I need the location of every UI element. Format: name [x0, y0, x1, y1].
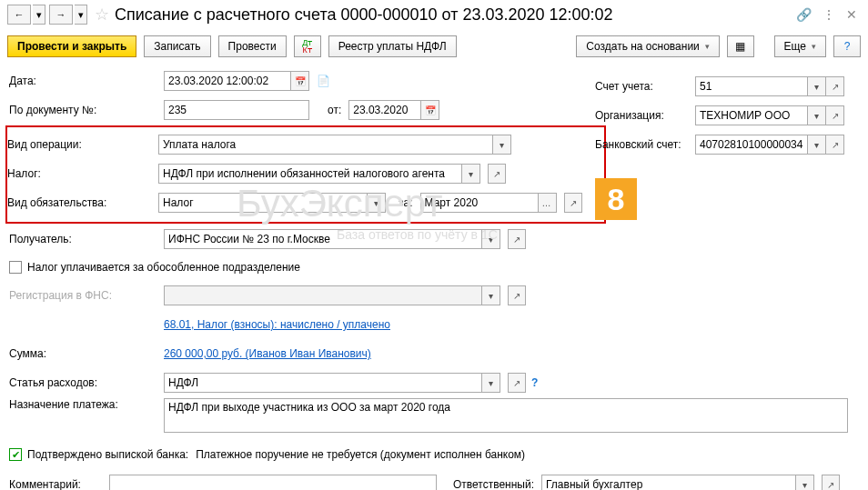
create-based-on-button[interactable]: Создать на основании▾	[576, 35, 720, 57]
amount-link[interactable]: 260 000,00 руб. (Иванов Иван Иванович)	[164, 347, 371, 360]
responsible-open[interactable]: ↗	[822, 475, 840, 490]
obligation-input[interactable]	[158, 193, 368, 213]
save-button[interactable]: Записать	[144, 35, 210, 57]
structure-button[interactable]: ▦	[727, 35, 754, 57]
responsible-dropdown[interactable]: ▾	[796, 475, 814, 490]
from-label: от:	[328, 104, 341, 116]
post-button[interactable]: Провести	[218, 35, 287, 57]
account-dropdown[interactable]: ▾	[808, 76, 826, 96]
recipient-label: Получатель:	[9, 233, 164, 245]
obligation-label: Вид обязательства:	[7, 196, 158, 209]
recipient-input[interactable]	[164, 229, 482, 249]
recipient-open[interactable]: ↗	[508, 229, 526, 249]
page-title: Списание с расчетного счета 0000-000010 …	[115, 5, 796, 25]
purpose-input[interactable]: НДФЛ при выходе участника из ООО за март…	[164, 398, 848, 433]
doc-no-input[interactable]	[164, 100, 309, 120]
favorite-icon[interactable]: ☆	[95, 5, 109, 25]
comment-input[interactable]	[109, 475, 437, 490]
bank-account-label: Банковский счет:	[595, 138, 695, 151]
expense-item-input[interactable]	[164, 373, 482, 393]
bank-account-open[interactable]: ↗	[826, 135, 844, 155]
period-input[interactable]	[420, 193, 539, 213]
recipient-dropdown[interactable]: ▾	[482, 229, 500, 249]
close-icon[interactable]: ✕	[846, 7, 857, 22]
toolbar: Провести и закрыть Записать Провести ДᴛК…	[0, 29, 868, 64]
back-dropdown[interactable]: ▾	[33, 5, 45, 25]
post-and-close-button[interactable]: Провести и закрыть	[7, 35, 136, 57]
print-icon[interactable]: 📄	[317, 75, 330, 87]
date-input[interactable]	[164, 71, 291, 91]
confirmed-text: Платежное поручение не требуется (докуме…	[196, 448, 525, 461]
help-button[interactable]: ?	[833, 35, 861, 57]
org-label: Организация:	[595, 109, 695, 122]
amount-label: Сумма:	[9, 347, 164, 360]
bank-account-dropdown[interactable]: ▾	[808, 135, 826, 155]
org-open[interactable]: ↗	[826, 105, 844, 125]
tax-dropdown[interactable]: ▾	[462, 164, 480, 184]
separate-unit-checkbox[interactable]	[9, 261, 22, 274]
doc-date-calendar-icon[interactable]: 📅	[421, 100, 439, 120]
bank-account-input[interactable]	[695, 135, 808, 155]
expense-item-open[interactable]: ↗	[508, 373, 526, 393]
obligation-dropdown[interactable]: ▾	[368, 193, 386, 213]
tax-input[interactable]	[158, 164, 462, 184]
confirmed-checkbox[interactable]: ✔	[9, 448, 22, 461]
tax-label: Налог:	[7, 167, 158, 180]
forward-dropdown[interactable]: ▾	[75, 5, 87, 25]
responsible-input[interactable]	[541, 475, 796, 490]
date-calendar-icon[interactable]: 📅	[291, 71, 309, 91]
op-type-dropdown[interactable]: ▾	[493, 135, 511, 155]
link-icon[interactable]: 🔗	[796, 7, 812, 22]
org-input[interactable]	[695, 105, 808, 125]
responsible-label: Ответственный:	[453, 478, 534, 490]
account-label: Счет учета:	[595, 80, 695, 93]
separate-unit-label: Налог уплачивается за обособленное подра…	[27, 261, 300, 274]
expense-item-label: Статья расходов:	[9, 376, 164, 389]
account-input[interactable]	[695, 76, 808, 96]
purpose-label: Назначение платежа:	[9, 398, 164, 411]
expense-help-icon[interactable]: ?	[531, 376, 538, 389]
dt-kt-button[interactable]: ДᴛКᴛ	[294, 35, 321, 57]
for-label: за:	[399, 196, 413, 209]
doc-no-label: По документу №:	[9, 104, 164, 116]
period-open[interactable]: ↗	[564, 193, 582, 213]
ndfl-registry-button[interactable]: Реестр уплаты НДФЛ	[328, 35, 457, 57]
forward-button[interactable]: →	[49, 5, 73, 25]
op-type-input[interactable]	[158, 135, 493, 155]
op-type-label: Вид операции:	[7, 138, 158, 151]
reg-fns-open: ↗	[508, 285, 526, 305]
back-button[interactable]: ←	[7, 5, 31, 25]
titlebar: ← ▾ → ▾ ☆ Списание с расчетного счета 00…	[0, 0, 868, 29]
confirmed-label: Подтверждено выпиской банка:	[27, 448, 188, 461]
comment-label: Комментарий:	[9, 478, 109, 490]
account-open[interactable]: ↗	[826, 76, 844, 96]
reg-fns-input	[164, 285, 482, 305]
org-dropdown[interactable]: ▾	[808, 105, 826, 125]
kebab-icon[interactable]: ⋮	[823, 7, 835, 22]
doc-date-input[interactable]	[348, 100, 421, 120]
more-button[interactable]: Еще▾	[774, 35, 826, 57]
expense-item-dropdown[interactable]: ▾	[482, 373, 500, 393]
highlighted-section: Вид операции: ▾ Налог: ▾ ↗ Вид обязатель…	[5, 125, 606, 224]
reg-fns-dropdown: ▾	[482, 285, 500, 305]
reg-fns-label: Регистрация в ФНС:	[9, 289, 164, 302]
tax-account-link[interactable]: 68.01, Налог (взносы): начислено / уплач…	[164, 318, 390, 331]
tax-open[interactable]: ↗	[488, 164, 506, 184]
date-label: Дата:	[9, 75, 164, 87]
period-select[interactable]: …	[539, 193, 557, 213]
